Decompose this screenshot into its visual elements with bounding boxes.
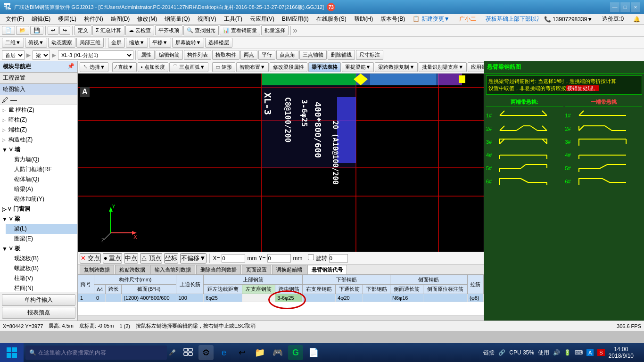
tab-copy-span[interactable]: 复制跨数据 xyxy=(80,265,114,274)
tray-link[interactable]: 链接 xyxy=(483,349,495,357)
tree-item-struct-column[interactable]: ▷构造柱(Z) xyxy=(0,135,77,145)
tree-group-wall[interactable]: ▼∨ 墙 xyxy=(0,145,77,155)
no-offset-btn[interactable]: 不偏移▼ xyxy=(180,253,206,263)
tray-ime2-icon[interactable]: S xyxy=(597,349,604,356)
menu-component[interactable]: 构件(N) xyxy=(80,14,107,24)
price-btn[interactable]: 造价豆:0 xyxy=(598,14,627,24)
menu-file[interactable]: 文件(F) xyxy=(2,14,28,24)
tray-speaker-icon[interactable]: 🔊 xyxy=(553,349,560,356)
taskbar-icon-browser[interactable]: e xyxy=(216,345,231,360)
fullscreen-btn[interactable]: 全屏 xyxy=(108,38,125,48)
y-input[interactable] xyxy=(267,254,291,263)
tree-item-civil-def-wall[interactable]: 人防门框墙(RF xyxy=(6,165,77,174)
point-extend-btn[interactable]: • 点加长度 xyxy=(138,62,168,72)
tab-del-col[interactable]: 删除当前列数据 xyxy=(196,265,241,274)
phone-btn[interactable]: 📞 13907298339▼ xyxy=(540,15,597,24)
tree-item-column-cap[interactable]: 柱墩(V) xyxy=(6,273,77,283)
report-preview-btn[interactable]: 报表预览 xyxy=(2,307,75,319)
shape-row-2r[interactable]: 2# xyxy=(565,122,643,135)
menu-cloud[interactable]: 云应用(V) xyxy=(246,14,278,24)
taskbar-icon-app3[interactable]: 🎮 xyxy=(270,345,285,360)
more-btn[interactable]: » xyxy=(293,25,297,35)
menu-view[interactable]: 视图(V) xyxy=(194,14,220,24)
edit-rebar-btn[interactable]: 编辑钢筋 xyxy=(156,50,183,60)
single-component-btn[interactable]: 单构件输入 xyxy=(2,294,75,306)
panel-pin-icon[interactable]: 📌 xyxy=(67,63,74,71)
data-table[interactable]: 跨号 构件尺寸(mm) 上通长筋 上部钢筋 下部钢筋 侧面钢筋 拉筋 A4 跨长… xyxy=(78,275,484,315)
new-change-btn[interactable]: 📋 新建变更▼ xyxy=(409,14,453,24)
snap-intersect-btn[interactable]: ✕ 交点 xyxy=(80,253,101,263)
re-extract-btn[interactable]: 重提梁筋▼ xyxy=(342,62,374,72)
save-btn[interactable]: 💾 xyxy=(30,26,43,35)
tree-item-beam[interactable]: 梁(L) xyxy=(6,224,77,234)
modify-seg-prop-btn[interactable]: 修改梁段属性 xyxy=(270,62,307,72)
arc-btn[interactable]: ⌒ 三点画弧▼ xyxy=(169,62,208,72)
property-btn[interactable]: 属性 xyxy=(138,50,155,60)
tray-ime-icon[interactable]: A xyxy=(586,349,594,356)
snap-coord-btn[interactable]: 坐标 xyxy=(164,253,178,263)
draw-tool-1[interactable]: 🖊 xyxy=(2,96,8,104)
point-angle-btn[interactable]: 点点角 xyxy=(276,50,298,60)
tree-group-slab[interactable]: ▼∨ 板 xyxy=(0,244,77,254)
define-btn[interactable]: 定义 xyxy=(74,25,91,35)
foundation-btn[interactable]: 茯板基础上部下部以及... xyxy=(482,14,538,24)
floor-select[interactable]: 首层 xyxy=(2,50,25,60)
cad-canvas[interactable]: XL-3 C8@100/200 3-6φ25 400*800/600 20 (A… xyxy=(78,74,484,252)
menu-modify[interactable]: 修改(M) xyxy=(133,14,161,24)
tab-swap-start[interactable]: 调换起始端 xyxy=(272,265,306,274)
taskbar-icon-taskview[interactable] xyxy=(181,345,196,360)
taskbar-icon-glodon[interactable]: G xyxy=(288,345,303,360)
tab-input-col[interactable]: 输入当前列数据 xyxy=(150,265,195,274)
cloud-check-btn[interactable]: ☁ 云检查 xyxy=(125,25,154,35)
close-button[interactable]: × xyxy=(631,2,640,12)
pick-component-btn[interactable]: 拾取构件 xyxy=(212,50,239,60)
screen-rotate-btn[interactable]: 屏幕旋转▼ xyxy=(172,38,205,48)
align-slab-btn[interactable]: 平齐板顶 xyxy=(155,25,182,35)
taskbar-icon-pdf[interactable]: 📄 xyxy=(306,345,321,360)
x-input[interactable] xyxy=(222,254,245,263)
two-point-btn[interactable]: 两点 xyxy=(240,50,257,60)
component-list-btn[interactable]: 构件列表 xyxy=(184,50,211,60)
rotate-checkbox[interactable] xyxy=(308,254,314,260)
shape-row-5l[interactable]: 5# xyxy=(486,162,563,175)
menu-version[interactable]: 版本号(B) xyxy=(377,14,409,24)
view-rebar-btn[interactable]: 📊 查看钢筋量 xyxy=(220,25,260,35)
tree-item-brick-wall[interactable]: 砌体墙(Q) xyxy=(6,174,77,184)
td-mid-span[interactable]: 3-6φ25 xyxy=(275,294,303,302)
snap-vertex-btn[interactable]: △ 顶点 xyxy=(140,253,162,263)
table-row[interactable]: 1 0 (1200) 400*800/600 100 6φ25 3-6φ25 xyxy=(78,294,484,302)
undo-btn[interactable]: ↩ xyxy=(48,26,58,35)
tab-cantilever-code[interactable]: 悬臂钢筋代号 xyxy=(307,265,347,274)
shape-row-4r[interactable]: 4# xyxy=(565,148,643,162)
tree-item-spiral-slab[interactable]: 螺旋板(B) xyxy=(6,263,77,273)
snap-midpoint-btn[interactable]: 中点 xyxy=(124,253,138,263)
tab-paste-span[interactable]: 粘贴跨数据 xyxy=(115,265,149,274)
menu-help[interactable]: 帮助(H) xyxy=(350,14,377,24)
shape-row-4l[interactable]: 4# xyxy=(486,148,563,162)
start-button[interactable] xyxy=(0,343,24,362)
drawing-input[interactable]: 绘图输入 xyxy=(0,84,77,95)
apply-same-name-btn[interactable]: 应用到同名梁 xyxy=(468,62,484,72)
menu-tools[interactable]: 工具(T) xyxy=(220,14,246,24)
shape-row-5r[interactable]: 5# xyxy=(565,162,643,175)
redo-btn[interactable]: ↪ xyxy=(59,26,70,35)
span-copy-btn[interactable]: 梁跨数据复制▼ xyxy=(375,62,418,72)
menu-bim[interactable]: BIM应用(I) xyxy=(278,14,313,24)
tree-item-brick-rebar[interactable]: 砌体加筋(Y) xyxy=(6,194,77,204)
tree-item-rail[interactable]: 栏间(N) xyxy=(6,283,77,292)
menu-draw[interactable]: 绘图(D) xyxy=(107,14,134,24)
tree-group-beam[interactable]: ▼∨ 梁 xyxy=(0,214,77,224)
dim-btn[interactable]: 尺寸标注 xyxy=(356,50,383,60)
menu-online[interactable]: 在线服务(S) xyxy=(313,14,350,24)
batch-seat-btn[interactable]: 批量识别梁支座▼ xyxy=(419,62,467,72)
tree-item-end-column[interactable]: ▷端柱(Z) xyxy=(0,125,77,135)
shape-row-3r[interactable]: 3# xyxy=(565,135,643,148)
three-point-aux-btn[interactable]: 三点辅轴 xyxy=(299,50,327,60)
rotate-input[interactable] xyxy=(329,254,348,263)
tree-item-dark-column[interactable]: ▷暗柱(Z) xyxy=(0,115,77,125)
top-view-btn[interactable]: 俯视▼ xyxy=(25,38,47,48)
mic-icon[interactable]: 🎤 xyxy=(169,349,176,356)
taskbar-icon-app2[interactable]: ↩ xyxy=(234,345,249,360)
2d-btn[interactable]: 二维▼ xyxy=(2,38,24,48)
local-3d-btn[interactable]: 局部三维 xyxy=(76,38,104,48)
